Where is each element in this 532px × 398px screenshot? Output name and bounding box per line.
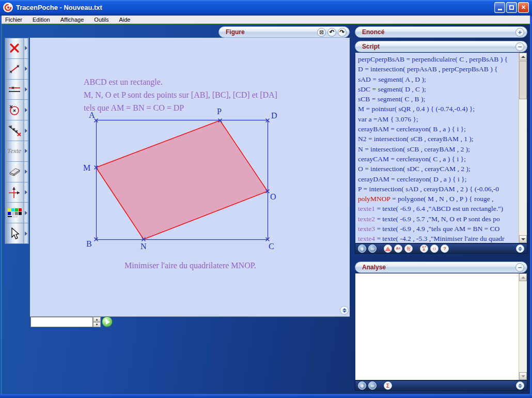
resize-down-icon [518,249,522,251]
measure-transfer-tool[interactable] [5,120,28,141]
analyse-collapse-button[interactable]: − [515,263,524,272]
script-line[interactable]: var a =AM { 3.076 }; [358,114,519,124]
figure-expand-button[interactable]: ⊠ [317,28,326,37]
point-tool-flyout[interactable] [23,38,28,58]
measure-tool-flyout[interactable] [23,120,28,141]
analyse-toolbar: +−Σ [355,380,527,391]
scroll-down-button[interactable] [519,235,527,243]
script-line[interactable]: texte1 = texte( -6.9 , 6.4 ,"ABCD est un… [358,204,519,213]
script-line[interactable]: texte4 = texte( -4.2 , -5.3 ,"Minimiser … [358,234,519,243]
script-line[interactable]: cerayDAM = cerclerayon( D , a ) { i }; [358,174,519,184]
axes-icon [7,186,22,199]
figure-undo-button[interactable]: ↶ [327,28,336,37]
menu-outils[interactable]: Outils [89,16,114,23]
a-equals-button[interactable]: A= [394,244,402,253]
scroll-down-button[interactable] [519,372,527,380]
menu-aide[interactable]: Aide [114,16,135,23]
scroll-up-icon [521,277,525,279]
script-collapse-button[interactable]: − [515,42,524,51]
spinner-down-button[interactable]: ▼ [93,322,101,327]
script-line[interactable]: polyMNOP = polygone( M , N , O , P ) { r… [358,194,519,204]
script-line[interactable]: D = intersection( perpAsAB , perpCperpBs… [358,64,519,74]
figure-text-3: tels que AM = BN = CO = DP [84,103,184,113]
script-line[interactable]: cerayBAM = cerclerayon( B , a ) { i }; [358,124,519,134]
a-arrow-b-button[interactable]: A?B [420,244,428,253]
point-label-C: C [269,242,274,251]
script-editor[interactable]: perpCperpBsAB = perpendiculaire( C , per… [355,52,527,243]
text-tool[interactable]: Texte [5,141,28,162]
script-line[interactable]: sDC = segment( D , C ); [358,84,519,94]
pointer-tool-flyout[interactable] [23,223,28,243]
menu-fichier[interactable]: Fichier [0,16,27,23]
execute-button[interactable] [102,316,113,327]
eraser-tool-flyout[interactable] [23,162,28,182]
script-line[interactable]: N2 = intersection( sCB , cerayBAM , 1 ); [358,134,519,144]
script-lines[interactable]: perpCperpBsAB = perpendiculaire( C , per… [355,53,519,243]
enonce-expand-button[interactable]: + [515,28,524,37]
menu-affichage[interactable]: Affichage [55,16,89,23]
color-palette-tool[interactable] [5,203,28,223]
figure-redo-button[interactable]: ↷ [338,28,347,37]
circle-tool-flyout[interactable] [23,100,28,120]
figure-text-2: M, N, O et P sont des points sur [AB], [… [84,90,277,100]
text-tool-flyout[interactable] [23,141,28,161]
axes-tool[interactable] [5,182,28,203]
menu-bar: Fichier Edition Affichage Outils Aide [0,16,532,24]
point-label-B: B [86,239,92,248]
figure-command-input[interactable] [30,317,93,327]
palette-tool-flyout[interactable] [23,203,28,223]
script-line[interactable]: perpCperpBsAB = perpendiculaire( C , per… [358,54,519,64]
analyse-panel-header: Analyse − [355,262,527,273]
scroll-down-icon [521,375,525,377]
scroll-up-button[interactable] [519,273,527,281]
analyse-editor[interactable] [355,273,527,380]
point-label-P: P [217,107,222,116]
eraser-tool[interactable] [5,162,28,182]
segment-tool[interactable] [5,59,28,80]
analyse-resize-button[interactable] [516,381,524,390]
flyout-arrow-icon [25,46,27,50]
help-button[interactable]: ? [441,244,449,253]
script-line[interactable]: sCB = segment( C , B ); [358,94,519,104]
spinner-up-button[interactable]: ▲ [93,317,101,322]
script-panel-header: Script − [355,41,527,52]
scroll-thumb[interactable] [519,61,527,99]
circle-tool[interactable] [5,100,28,120]
add-button[interactable]: + [358,381,366,390]
script-line[interactable]: P = intersection( sAD , cerayDAM , 2 ) {… [358,184,519,194]
triangle-button[interactable] [384,244,392,253]
add-line-button[interactable]: + [358,244,366,253]
point-tool[interactable] [5,38,28,59]
analyse-scrollbar[interactable] [519,273,527,380]
script-line[interactable]: M = pointsur( sQR , 0.4 ) { (-0.74,-0.4)… [358,104,519,114]
auto-button[interactable]: AU TO [404,244,413,253]
parentheses-icon: ( ) [431,248,437,250]
sigma-button[interactable]: Σ [384,381,392,390]
script-line[interactable]: texte3 = texte( -6.9 , 4.9 ,"tels que AM… [358,224,519,234]
spinner-down-icon: ▼ [96,323,99,326]
scroll-up-button[interactable] [519,53,527,60]
figure-resize-button[interactable] [340,306,349,315]
point-label-D: D [271,111,277,120]
line-tool-flyout[interactable] [23,80,28,100]
axes-tool-flyout[interactable] [23,182,28,203]
script-line[interactable]: texte2 = texte( -6.9 , 5.7 ,"M, N, O et … [358,214,519,224]
remove-line-button[interactable]: − [368,244,377,253]
line-tool[interactable] [5,80,28,100]
close-button[interactable]: ✕ [518,2,529,13]
script-line[interactable]: sAD = segment( A , D ); [358,74,519,84]
script-scrollbar[interactable] [519,53,527,243]
remove-button[interactable]: − [368,381,377,390]
script-line[interactable]: cerayCAM = cerclerayon( C , a ) { i }; [358,154,519,164]
maximize-button[interactable] [506,2,517,13]
segment-tool-flyout[interactable] [23,59,28,79]
figure-canvas[interactable]: ABCDMNOPABCD est un rectangle.M, N, O et… [30,38,350,317]
script-resize-button[interactable] [516,244,524,253]
menu-edition[interactable]: Edition [27,16,55,23]
window-titlebar: TracenPoche - Nouveau.txt ✕ [0,0,532,16]
pointer-tool[interactable] [5,223,28,243]
parentheses-button[interactable]: ( ) [430,244,439,253]
script-line[interactable]: N = intersection( sCB , cerayBAM , 2 ); [358,144,519,154]
minimize-button[interactable] [494,2,505,13]
script-line[interactable]: O = intersection( sDC , cerayCAM , 2 ); [358,164,519,174]
